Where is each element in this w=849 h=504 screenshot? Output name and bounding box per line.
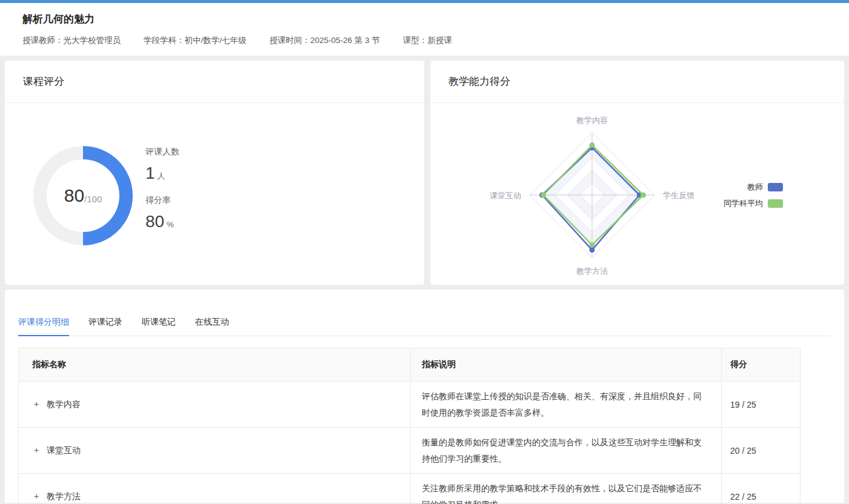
score-cell: 19 / 25: [722, 382, 801, 428]
teaching-ability-card: 教学能力得分 教学内容学生反馈教学方法课堂互动 教师 同学科平均: [430, 61, 844, 285]
table-row: +教学方法 关注教师所采用的教学策略和技术手段的有效性，以及它们是否能够适应不同…: [19, 474, 801, 504]
svg-text:课堂互动: 课堂互动: [490, 191, 521, 200]
score-gauge-center: 80/100: [47, 159, 119, 232]
teaching-ability-card-title: 教学能力得分: [430, 61, 844, 103]
score-max: /100: [84, 194, 102, 204]
meta-subject: 学段学科：初中/数学/七年级: [144, 35, 247, 46]
svg-text:教学内容: 教学内容: [576, 116, 608, 125]
tab-online-interaction[interactable]: 在线互动: [195, 317, 229, 336]
score-rate-label: 得分率: [145, 195, 179, 206]
detail-tabs: 评课得分明细 评课记录 听课笔记 在线互动: [18, 290, 831, 336]
tab-listening-notes[interactable]: 听课笔记: [142, 317, 176, 336]
meta-teacher: 授课教师：光大学校管理员: [22, 35, 121, 46]
course-score-card: 课程评分 80/100 评课人数 1人 得分率 80%: [5, 61, 424, 285]
radar-legend: 教师 同学科平均: [724, 182, 783, 209]
tab-score-details[interactable]: 评课得分明细: [18, 317, 69, 336]
legend-item-teacher[interactable]: 教师: [724, 182, 783, 193]
header-indicator-name: 指标名称: [19, 348, 411, 382]
score-cell: 20 / 25: [722, 428, 801, 474]
header-indicator-desc: 指标说明: [411, 348, 722, 382]
course-meta: 授课教师：光大学校管理员 学段学科：初中/数学/七年级 授课时间：2025-05…: [22, 35, 452, 46]
score-details-table: 指标名称 指标说明 得分 +教学内容 评估教师在课堂上传授的知识是否准确、相关、…: [18, 348, 801, 504]
score-value: 80: [64, 185, 84, 206]
meta-course-type: 课型：新授课: [403, 35, 452, 46]
header-score: 得分: [722, 348, 801, 382]
subject-average-series-swatch: [768, 199, 783, 208]
table-row: +教学内容 评估教师在课堂上传授的知识是否准确、相关、有深度，并且组织良好，同时…: [19, 382, 801, 428]
reviewer-count-value: 1人: [145, 164, 179, 183]
svg-text:教学方法: 教学方法: [576, 267, 608, 276]
table-header-row: 指标名称 指标说明 得分: [19, 348, 801, 382]
score-cell: 22 / 25: [722, 474, 801, 504]
details-section: 评课得分明细 评课记录 听课笔记 在线互动 指标名称 指标说明 得分 +教学内容…: [5, 290, 844, 503]
indicator-desc-cell: 关注教师所采用的教学策略和技术手段的有效性，以及它们是否能够适应不同的学习风格和…: [411, 474, 722, 504]
indicator-desc-cell: 衡量的是教师如何促进课堂内的交流与合作，以及这些互动对学生理解和支持他们学习的重…: [411, 428, 722, 474]
teacher-series-swatch: [768, 183, 783, 191]
course-score-card-title: 课程评分: [5, 61, 424, 103]
score-gauge-donut: 80/100: [33, 146, 133, 245]
course-header: 解析几何的魅力 授课教师：光大学校管理员 学段学科：初中/数学/七年级 授课时间…: [0, 3, 849, 56]
table-row: +课堂互动 衡量的是教师如何促进课堂内的交流与合作，以及这些互动对学生理解和支持…: [19, 428, 801, 474]
expand-row-icon[interactable]: +: [32, 491, 41, 501]
score-stats: 评课人数 1人 得分率 80%: [145, 147, 179, 244]
indicator-name-cell: +课堂互动: [19, 428, 411, 474]
expand-row-icon[interactable]: +: [32, 445, 41, 455]
meta-time: 授课时间：2025-05-26 第 3 节: [270, 35, 380, 46]
indicator-name-cell: +教学方法: [19, 474, 411, 504]
indicator-name-cell: +教学内容: [19, 382, 411, 428]
reviewer-count-label: 评课人数: [145, 147, 179, 158]
tab-review-records[interactable]: 评课记录: [88, 317, 122, 336]
page-title: 解析几何的魅力: [22, 12, 95, 26]
indicator-desc-cell: 评估教师在课堂上传授的知识是否准确、相关、有深度，并且组织良好，同时使用的教学资…: [411, 382, 722, 428]
svg-text:学生反馈: 学生反馈: [663, 191, 694, 200]
legend-item-subject-average[interactable]: 同学科平均: [724, 198, 783, 209]
score-rate-value: 80%: [145, 212, 179, 231]
expand-row-icon[interactable]: +: [32, 399, 41, 409]
